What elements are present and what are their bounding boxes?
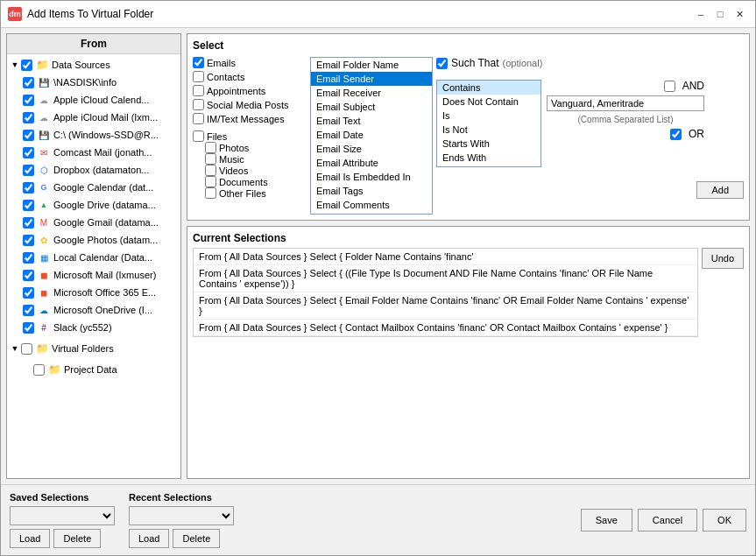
tree-item-onedrive[interactable]: ☁ Microsoft OneDrive (I... [9,301,179,319]
im-checkbox-item[interactable]: IM/Text Messages [193,113,307,124]
condition-starts-with[interactable]: Starts With [437,137,541,151]
icloud-mail-checkbox[interactable] [23,112,34,123]
tree-item-slack[interactable]: # Slack (yc552) [9,319,179,336]
selection-item-2[interactable]: From { All Data Sources } Select { ((Fil… [194,265,697,292]
virtual-folders-checkbox[interactable] [21,343,32,355]
social-checkbox[interactable] [193,99,204,110]
appointments-checkbox[interactable] [193,85,204,96]
condition-is-not[interactable]: Is Not [437,123,541,137]
tree-item-google-drive[interactable]: ▲ Google Drive (datama... [9,196,179,214]
value-input[interactable] [547,95,704,111]
email-field-receiver[interactable]: Email Receiver [311,86,432,100]
close-button[interactable]: ✕ [731,6,748,22]
condition-is[interactable]: Is [437,109,541,123]
tree-item-dropbox[interactable]: ⬡ Dropbox (datamaton... [9,161,179,179]
condition-contains[interactable]: Contains [437,81,541,95]
photos-checkbox[interactable] [205,142,216,153]
save-button[interactable]: Save [581,509,632,531]
tree-item-comcast[interactable]: ✉ Comcast Mail (jonath... [9,144,179,161]
saved-selections-dropdown[interactable] [10,506,115,525]
email-fields-list[interactable]: Email Folder Name Email Sender Email Rec… [310,57,433,215]
tree-item-icloud-cal[interactable]: ☁ Apple iCloud Calend... [9,91,179,109]
gmail-checkbox[interactable] [23,217,34,229]
ok-button[interactable]: OK [703,509,746,531]
saved-load-button[interactable]: Load [10,529,50,548]
google-cal-checkbox[interactable] [23,182,34,194]
cancel-button[interactable]: Cancel [638,509,697,531]
tree-item-nasdisk[interactable]: 💾 \NASDISK\info [9,74,179,91]
music-checkbox[interactable] [205,153,216,165]
local-cal-checkbox[interactable] [23,252,34,264]
recent-selections-dropdown[interactable] [129,506,234,525]
saved-delete-button[interactable]: Delete [53,529,101,548]
tree-item-gmail[interactable]: M Google Gmail (datama... [9,214,179,231]
minimize-button[interactable]: – [692,6,710,22]
condition-ends-with[interactable]: Ends With [437,151,541,165]
condition-not-contain[interactable]: Does Not Contain [437,95,541,109]
im-checkbox[interactable] [193,113,204,124]
undo-button[interactable]: Undo [702,248,744,269]
project-data-checkbox[interactable] [33,364,45,376]
tree-item-ms-365[interactable]: ◼ Microsoft Office 365 E... [9,284,179,301]
nasdisk-checkbox[interactable] [23,77,34,88]
maximize-button[interactable]: □ [711,6,729,22]
emails-checkbox-item[interactable]: Emails [193,57,307,68]
selections-list[interactable]: From { All Data Sources } Select { Folde… [193,248,698,337]
tree-item-c-drive[interactable]: 💾 C:\ (Windows-SSD@R... [9,126,179,144]
add-button[interactable]: Add [696,181,744,199]
social-checkbox-item[interactable]: Social Media Posts [193,99,307,110]
slack-checkbox[interactable] [23,322,34,334]
other-checkbox-item[interactable]: Other Files [193,187,307,199]
videos-checkbox[interactable] [205,165,216,176]
icloud-cal-checkbox[interactable] [23,95,34,106]
google-photos-checkbox[interactable] [23,235,34,246]
email-field-size[interactable]: Email Size [311,142,432,156]
emails-checkbox[interactable] [193,57,204,68]
files-checkbox-item[interactable]: Files [193,130,307,142]
tree-container[interactable]: ▼ 📁 Data Sources 💾 \NASDISK\info ☁ Apple… [7,54,180,478]
appointments-checkbox-item[interactable]: Appointments [193,85,307,96]
tree-item-project-data[interactable]: 📁 Project Data [9,361,179,378]
conditions-list[interactable]: Contains Does Not Contain Is Is Not Star… [436,80,541,167]
music-checkbox-item[interactable]: Music [193,153,307,165]
and-checkbox[interactable] [664,81,675,92]
email-field-folder-name[interactable]: Email Folder Name [311,58,432,72]
data-sources-checkbox[interactable] [21,60,32,71]
tree-item-icloud-mail[interactable]: ☁ Apple iCloud Mail (Ixm... [9,109,179,126]
tree-item-ms-mail[interactable]: ◼ Microsoft Mail (Ixmuser) [9,266,179,284]
tree-item-local-cal[interactable]: ▦ Local Calendar (Data... [9,249,179,266]
email-field-embedded[interactable]: Email Is Embedded In [311,170,432,184]
virtual-folders-section[interactable]: ▼ 📁 Virtual Folders [9,340,179,357]
email-field-text[interactable]: Email Text [311,114,432,128]
contacts-checkbox-item[interactable]: Contacts [193,71,307,82]
email-field-tags[interactable]: Email Tags [311,184,432,198]
documents-checkbox-item[interactable]: Documents [193,176,307,187]
recent-delete-button[interactable]: Delete [173,529,220,548]
comcast-checkbox[interactable] [23,147,34,158]
documents-checkbox[interactable] [205,176,216,187]
onedrive-checkbox[interactable] [23,305,34,316]
email-field-attribute[interactable]: Email Attribute [311,156,432,170]
videos-checkbox-item[interactable]: Videos [193,165,307,176]
ms-mail-checkbox[interactable] [23,270,34,281]
or-checkbox[interactable] [670,129,682,140]
contacts-checkbox[interactable] [193,71,204,82]
email-field-date[interactable]: Email Date [311,128,432,142]
other-checkbox[interactable] [205,187,216,199]
selection-item-4[interactable]: From { All Data Sources } Select { Conta… [194,320,697,336]
tree-item-google-photos[interactable]: ✿ Google Photos (datam... [9,231,179,249]
email-field-subject[interactable]: Email Subject [311,100,432,114]
files-checkbox[interactable] [193,130,204,142]
recent-load-button[interactable]: Load [129,529,169,548]
ms-365-checkbox[interactable] [23,287,34,299]
photos-checkbox-item[interactable]: Photos [193,142,307,153]
c-drive-checkbox[interactable] [23,130,34,141]
email-field-comments[interactable]: Email Comments [311,198,432,212]
such-that-checkbox[interactable] [436,58,448,69]
email-field-sender[interactable]: Email Sender [311,72,432,86]
dropbox-checkbox[interactable] [23,165,34,176]
google-drive-checkbox[interactable] [23,200,34,211]
selection-item-3[interactable]: From { All Data Sources } Select { Email… [194,292,697,320]
data-sources-section[interactable]: ▼ 📁 Data Sources [9,56,179,74]
tree-item-google-cal[interactable]: G Google Calendar (dat... [9,179,179,196]
